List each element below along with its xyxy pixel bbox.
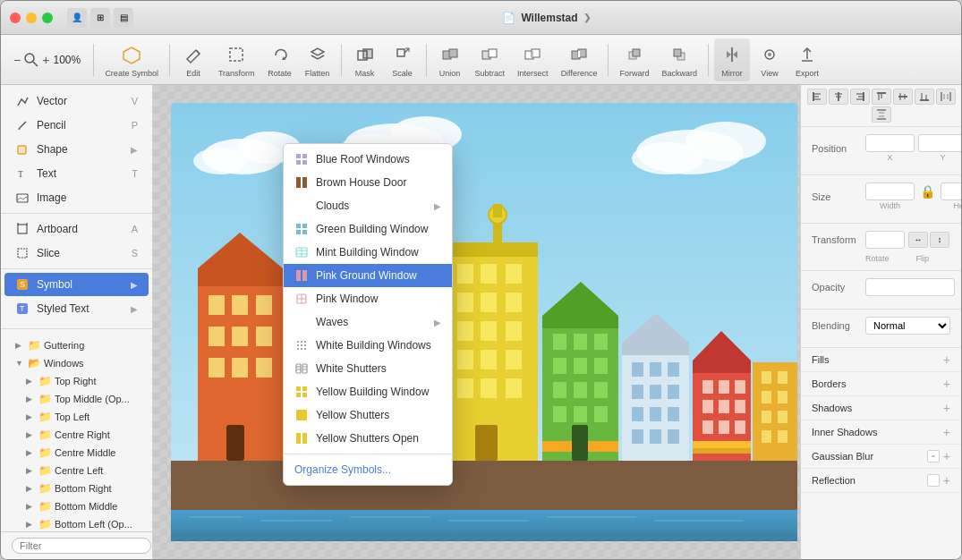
canvas-area[interactable]: Blue Roof Windows Brown House Door Cloud… xyxy=(153,85,800,559)
borders-plus[interactable]: + xyxy=(943,377,950,391)
centre-left-layer[interactable]: ▶ 📁 Centre Left xyxy=(1,462,152,479)
menu-white-building-windows[interactable]: White Building Windows xyxy=(284,334,452,357)
fills-plus[interactable]: + xyxy=(943,352,950,367)
difference-button[interactable]: Difference xyxy=(556,38,603,81)
distribute-h-icon[interactable] xyxy=(936,89,956,105)
menu-mint-building-window[interactable]: Mint Building Window xyxy=(284,241,452,264)
height-input[interactable] xyxy=(941,182,961,200)
menu-pink-ground-window[interactable]: Pink Ground Window xyxy=(284,264,452,287)
slice-tool[interactable]: Slice S xyxy=(4,242,149,265)
svg-rect-166 xyxy=(668,429,679,444)
bottom-left-chevron: ▶ xyxy=(26,520,35,529)
centre-right-layer[interactable]: ▶ 📁 Centre Right xyxy=(1,426,152,444)
menu-yellow-shutters-open[interactable]: Yellow Shutters Open xyxy=(284,427,452,450)
mask-button[interactable]: Mask xyxy=(347,38,383,81)
width-input[interactable] xyxy=(865,182,915,200)
reflection-section[interactable]: Reflection + xyxy=(801,469,961,493)
rotate-button[interactable]: Rotate xyxy=(262,38,298,81)
menu-waves[interactable]: Waves ▶ xyxy=(284,310,452,334)
close-button[interactable] xyxy=(10,13,21,23)
export-label: Export xyxy=(796,69,819,78)
blending-select[interactable]: Normal Multiply Screen Overlay xyxy=(865,317,950,335)
menu-pink-window[interactable]: Pink Window xyxy=(284,287,452,310)
menu-green-building-window[interactable]: Green Building Window xyxy=(284,217,452,241)
svg-rect-131 xyxy=(457,378,473,398)
forward-button[interactable]: Forward xyxy=(614,38,654,81)
minimize-button[interactable] xyxy=(26,13,37,23)
bottom-middle-layer[interactable]: ▶ 📁 Bottom Middle xyxy=(1,497,152,515)
zoom-minus[interactable]: − xyxy=(13,53,21,67)
gaussian-blur-toggle[interactable] xyxy=(927,450,940,462)
view-button[interactable]: View xyxy=(752,38,787,81)
inner-shadows-plus[interactable]: + xyxy=(943,425,950,439)
guttering-layer[interactable]: ▶ 📁 Guttering xyxy=(1,336,152,354)
align-top-icon[interactable] xyxy=(872,89,891,105)
image-tool[interactable]: Image xyxy=(4,186,149,209)
align-left-icon[interactable] xyxy=(807,89,827,105)
align-right-icon[interactable] xyxy=(850,89,870,105)
bottom-left-layer[interactable]: ▶ 📁 Bottom Left (Op... xyxy=(1,515,152,531)
export-button[interactable]: Export xyxy=(789,38,825,81)
svg-rect-127 xyxy=(506,321,522,341)
top-left-layer[interactable]: ▶ 📁 Top Left xyxy=(1,408,152,426)
x-input[interactable] xyxy=(865,134,915,152)
inner-shadows-section[interactable]: Inner Shadows + xyxy=(801,420,961,445)
zoom-plus[interactable]: + xyxy=(42,53,49,67)
edit-button[interactable]: Edit xyxy=(175,38,211,81)
menu-yellow-shutters[interactable]: Yellow Shutters xyxy=(284,403,452,427)
rotate-input[interactable] xyxy=(865,231,905,249)
pages-icon[interactable]: ⊞ xyxy=(90,8,110,28)
opacity-input[interactable] xyxy=(865,278,955,296)
lock-icon[interactable]: 🔒 xyxy=(920,184,935,209)
menu-blue-roof-windows[interactable]: Blue Roof Windows xyxy=(284,148,452,171)
windows-layer[interactable]: ▼ 📂 Windows xyxy=(1,354,152,372)
reflection-toggle[interactable] xyxy=(927,474,940,487)
mirror-button[interactable]: Mirror xyxy=(714,38,750,81)
y-input[interactable] xyxy=(918,134,961,152)
distribute-v-icon[interactable] xyxy=(872,106,891,123)
align-bottom-icon[interactable] xyxy=(915,89,934,105)
align-center-v-icon[interactable] xyxy=(893,89,913,105)
layers-icon[interactable]: ▤ xyxy=(114,8,133,28)
borders-section[interactable]: Borders + xyxy=(801,372,961,396)
zoom-level[interactable]: 100% xyxy=(51,54,82,66)
shadows-section[interactable]: Shadows + xyxy=(801,396,961,420)
menu-brown-house-door[interactable]: Brown House Door xyxy=(284,171,452,194)
subtract-button[interactable]: Subtract xyxy=(470,38,511,81)
shadows-plus[interactable]: + xyxy=(943,401,950,415)
backward-button[interactable]: Backward xyxy=(657,38,703,81)
gaussian-blur-plus[interactable]: + xyxy=(943,449,950,463)
title-chevron[interactable]: ❯ xyxy=(583,13,591,22)
symbol-tool[interactable]: S Symbol ▶ xyxy=(4,273,149,296)
text-tool[interactable]: T Text T xyxy=(4,162,149,185)
menu-clouds[interactable]: Clouds ▶ xyxy=(284,194,452,217)
centre-middle-layer[interactable]: ▶ 📁 Centre Middle xyxy=(1,444,152,462)
top-right-layer[interactable]: ▶ 📁 Top Right xyxy=(1,372,152,390)
union-button[interactable]: Union xyxy=(432,38,468,81)
fills-section[interactable]: Fills + xyxy=(801,348,961,372)
top-middle-layer[interactable]: ▶ 📁 Top Middle (Op... xyxy=(1,390,152,408)
menu-organize-symbols[interactable]: Organize Symbols... xyxy=(284,458,452,481)
search-icon[interactable] xyxy=(22,51,40,69)
reflection-plus[interactable]: + xyxy=(943,473,950,488)
align-center-h-icon[interactable] xyxy=(829,89,848,105)
transform-button[interactable]: Transform xyxy=(213,38,260,81)
menu-yellow-building-window[interactable]: Yellow Building Window xyxy=(284,380,452,403)
styled-text-tool[interactable]: T Styled Text ▶ xyxy=(4,297,149,320)
create-symbol-button[interactable]: Create Symbol xyxy=(99,38,164,81)
flatten-button[interactable]: Flatten xyxy=(300,38,336,81)
flip-h-icon[interactable]: ↔ xyxy=(908,232,928,248)
scale-button[interactable]: Scale xyxy=(385,38,421,81)
user-icon[interactable]: 👤 xyxy=(67,8,87,28)
intersect-button[interactable]: Intersect xyxy=(512,38,554,81)
filter-input[interactable] xyxy=(12,538,151,554)
flip-v-icon[interactable]: ↕ xyxy=(930,232,949,248)
bottom-right-layer[interactable]: ▶ 📁 Bottom Right xyxy=(1,479,152,497)
maximize-button[interactable] xyxy=(42,13,53,23)
menu-white-shutters[interactable]: White Shutters xyxy=(284,357,452,380)
vector-tool[interactable]: Vector V xyxy=(4,89,149,113)
svg-rect-145 xyxy=(574,382,587,398)
pencil-tool[interactable]: Pencil P xyxy=(4,114,149,137)
shape-tool[interactable]: Shape ▶ xyxy=(4,138,149,161)
artboard-tool[interactable]: Artboard A xyxy=(4,217,149,241)
